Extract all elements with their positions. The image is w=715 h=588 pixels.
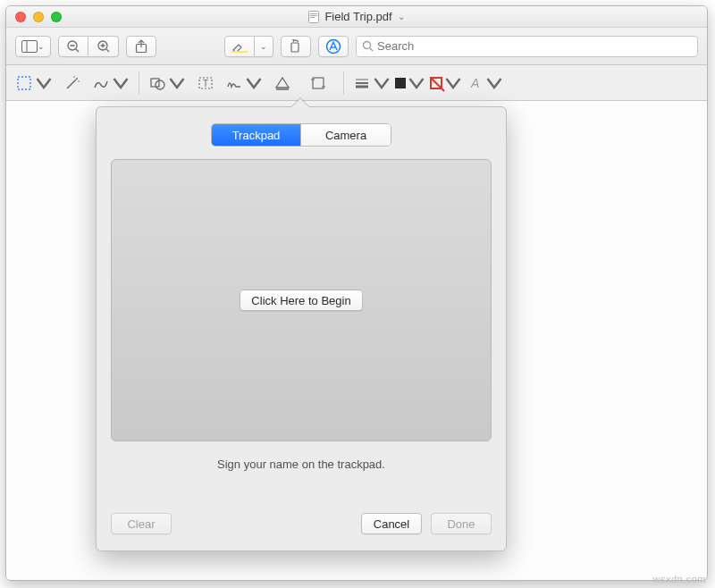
svg-point-22 bbox=[76, 78, 78, 80]
svg-point-18 bbox=[364, 42, 371, 49]
svg-rect-16 bbox=[291, 43, 299, 52]
sidebar-toggle-button[interactable]: ⌄ bbox=[15, 36, 51, 57]
tab-camera[interactable]: Camera bbox=[301, 124, 391, 146]
instruction-text: Sign your name on the trackpad. bbox=[97, 458, 506, 471]
tab-trackpad[interactable]: Trackpad bbox=[212, 124, 301, 146]
svg-line-7 bbox=[76, 49, 79, 52]
svg-text:T: T bbox=[203, 79, 208, 88]
search-icon bbox=[362, 40, 374, 52]
chevron-down-icon bbox=[373, 74, 391, 92]
instant-alpha-button[interactable] bbox=[56, 71, 88, 96]
markup-button[interactable] bbox=[318, 36, 349, 57]
rotate-button[interactable] bbox=[281, 36, 311, 57]
popover-buttons: Clear Cancel Done bbox=[111, 513, 492, 534]
document-name: Field Trip.pdf bbox=[324, 10, 391, 23]
zoom-group bbox=[58, 36, 119, 57]
sign-button[interactable] bbox=[225, 71, 263, 96]
svg-point-26 bbox=[156, 80, 164, 89]
highlight-button[interactable] bbox=[224, 36, 255, 57]
titlebar: Field Trip.pdf ⌄ bbox=[6, 6, 707, 28]
cancel-button[interactable]: Cancel bbox=[361, 513, 422, 534]
fill-color-button[interactable] bbox=[430, 71, 462, 96]
text-button[interactable]: T bbox=[189, 71, 222, 96]
close-window-button[interactable] bbox=[15, 12, 26, 22]
zoom-out-button[interactable] bbox=[58, 36, 88, 57]
svg-rect-15 bbox=[231, 51, 248, 53]
svg-rect-1 bbox=[310, 13, 317, 14]
rotate-icon bbox=[289, 39, 303, 54]
chevron-down-icon: ⌄ bbox=[398, 12, 405, 21]
signature-icon bbox=[225, 74, 243, 92]
separator bbox=[343, 71, 344, 95]
chevron-down-icon bbox=[112, 74, 130, 92]
minimize-window-button[interactable] bbox=[33, 12, 44, 22]
clear-button[interactable]: Clear bbox=[111, 513, 172, 534]
svg-rect-3 bbox=[310, 17, 315, 18]
zoom-window-button[interactable] bbox=[51, 12, 62, 22]
filled-square-icon bbox=[395, 78, 406, 88]
crop-icon bbox=[309, 74, 327, 92]
zoom-in-icon bbox=[97, 39, 111, 54]
chevron-down-icon bbox=[168, 74, 186, 92]
svg-line-21 bbox=[67, 80, 76, 88]
sidebar-icon bbox=[21, 40, 38, 53]
zoom-out-icon bbox=[66, 39, 80, 54]
font-icon: A bbox=[466, 74, 484, 92]
window-controls bbox=[15, 12, 62, 22]
highlighter-icon bbox=[231, 40, 248, 53]
chevron-down-icon bbox=[35, 74, 53, 92]
svg-text:A: A bbox=[470, 76, 479, 90]
border-color-button[interactable] bbox=[394, 71, 426, 96]
signature-popover: Trackpad Camera Click Here to Begin Sign… bbox=[96, 106, 507, 551]
lines-icon bbox=[353, 74, 371, 92]
chevron-down-icon: ⌄ bbox=[38, 42, 45, 51]
preview-window: Field Trip.pdf ⌄ ⌄ ⌄ bbox=[5, 5, 708, 581]
no-fill-icon bbox=[430, 77, 442, 89]
chevron-down-icon bbox=[485, 74, 503, 92]
highlight-menu-button[interactable]: ⌄ bbox=[255, 36, 273, 57]
chevron-down-icon bbox=[444, 74, 462, 92]
share-icon bbox=[135, 39, 147, 54]
highlight-group: ⌄ bbox=[224, 36, 273, 57]
svg-rect-2 bbox=[310, 15, 317, 16]
document-title[interactable]: Field Trip.pdf ⌄ bbox=[308, 10, 404, 23]
signature-canvas[interactable]: Click Here to Begin bbox=[111, 159, 492, 441]
signature-source-tabs: Trackpad Camera bbox=[211, 123, 391, 147]
chevron-down-icon bbox=[245, 74, 263, 92]
annotate-button[interactable] bbox=[266, 71, 299, 96]
line-style-button[interactable] bbox=[353, 71, 391, 96]
search-field[interactable] bbox=[356, 36, 698, 57]
done-button[interactable]: Done bbox=[431, 513, 492, 534]
markup-toolbar: T A bbox=[6, 65, 707, 101]
magic-wand-icon bbox=[63, 74, 81, 92]
svg-rect-20 bbox=[18, 77, 30, 89]
shapes-icon bbox=[148, 74, 166, 92]
share-button[interactable] bbox=[126, 36, 156, 57]
watermark: wsxdn.com bbox=[652, 574, 706, 584]
main-toolbar: ⌄ ⌄ bbox=[6, 28, 707, 65]
note-icon bbox=[273, 74, 291, 92]
text-icon: T bbox=[197, 74, 214, 92]
svg-point-23 bbox=[73, 76, 75, 78]
sketch-icon bbox=[92, 74, 110, 92]
svg-rect-4 bbox=[22, 40, 38, 52]
pdf-file-icon bbox=[308, 11, 319, 23]
chevron-down-icon bbox=[408, 74, 425, 92]
selection-tool-button[interactable] bbox=[15, 71, 53, 96]
svg-line-10 bbox=[106, 49, 109, 52]
begin-signing-button[interactable]: Click Here to Begin bbox=[240, 290, 362, 311]
adjust-size-button[interactable] bbox=[302, 71, 334, 96]
text-style-button[interactable]: A bbox=[466, 71, 503, 96]
separator bbox=[139, 71, 139, 95]
svg-point-24 bbox=[78, 80, 80, 82]
svg-line-19 bbox=[370, 48, 373, 51]
search-input[interactable] bbox=[377, 39, 692, 53]
zoom-in-button[interactable] bbox=[88, 36, 119, 57]
shapes-button[interactable] bbox=[148, 71, 186, 96]
selection-icon bbox=[15, 74, 33, 92]
markup-icon bbox=[325, 38, 341, 55]
sketch-button[interactable] bbox=[92, 71, 130, 96]
